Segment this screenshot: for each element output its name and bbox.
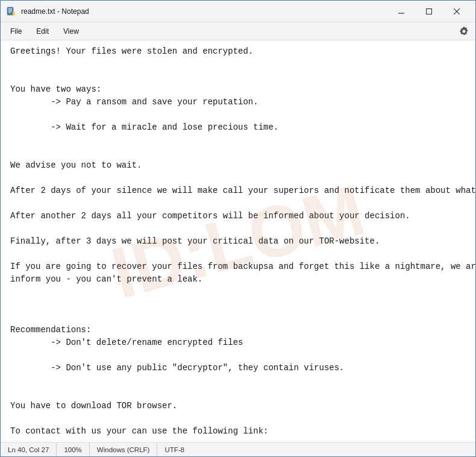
title-bar: readme.txt - Notepad	[1, 1, 475, 22]
cursor-position: Ln 40, Col 27	[5, 443, 57, 456]
menu-items: File Edit View	[3, 25, 86, 38]
status-bar: Ln 40, Col 27 100% Windows (CRLF) UTF-8	[1, 442, 475, 456]
svg-rect-2	[8, 10, 12, 10]
svg-rect-5	[13, 12, 14, 15]
svg-rect-4	[8, 12, 11, 13]
svg-rect-1	[8, 8, 12, 9]
svg-rect-7	[427, 8, 432, 14]
line-ending: Windows (CRLF)	[90, 443, 158, 456]
edit-menu[interactable]: Edit	[29, 25, 56, 38]
window-controls	[387, 2, 471, 21]
zoom-level: 100%	[57, 443, 89, 456]
close-button[interactable]	[443, 2, 471, 21]
encoding: UTF-8	[157, 443, 192, 456]
text-area-container[interactable]: ID:LOM Greetings! Your files were stolen…	[1, 40, 475, 442]
settings-icon[interactable]	[455, 22, 473, 40]
maximize-button[interactable]	[415, 2, 443, 21]
window-title: readme.txt - Notepad	[21, 7, 387, 16]
app-icon	[5, 6, 16, 17]
notepad-window: readme.txt - Notepad File Edit View	[0, 0, 476, 457]
file-menu[interactable]: File	[3, 25, 29, 38]
menu-bar: File Edit View	[1, 22, 475, 40]
text-content[interactable]: Greetings! Your files were stolen and en…	[1, 40, 475, 442]
minimize-button[interactable]	[387, 2, 415, 21]
svg-rect-3	[8, 11, 12, 11]
view-menu[interactable]: View	[56, 25, 86, 38]
